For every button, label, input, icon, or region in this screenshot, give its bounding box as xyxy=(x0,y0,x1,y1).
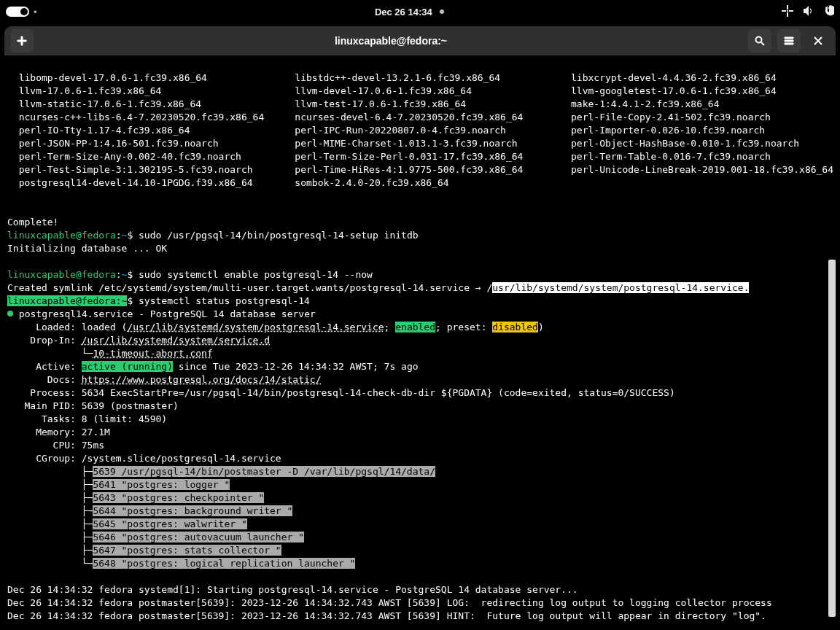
cgroup-proc: 5648 "postgres: logical replication laun… xyxy=(93,558,355,569)
bullet-icon: • xyxy=(34,7,37,18)
dropin-file: 10-timeout-abort.conf xyxy=(93,348,212,359)
gnome-topbar: • Dec 26 14:34 xyxy=(0,0,840,23)
cgroup-line: CGroup: /system.slice/postgresql-14.serv… xyxy=(7,453,281,464)
menu-button[interactable] xyxy=(777,29,801,52)
journal-line: Dec 26 14:34:32 fedora postmaster[5639]:… xyxy=(7,597,772,608)
pkg-col-2: libstdc++-devel-13.2.1-6.fc39.x86_64 llv… xyxy=(284,71,560,190)
cgroup-proc: 5646 "postgres: autovacuum launcher " xyxy=(93,532,304,542)
titlebar: linuxcapable@fedora:~ xyxy=(4,26,836,55)
cgroup-proc: 5641 "postgres: logger " xyxy=(93,479,230,490)
cgroup-proc: 5647 "postgres: stats collector " xyxy=(93,545,281,556)
clock[interactable]: Dec 26 14:34 xyxy=(375,7,444,18)
active-running: active (running) xyxy=(82,361,173,372)
pkg-col-1: libomp-devel-17.0.6-1.fc39.x86_64 llvm-1… xyxy=(7,71,284,190)
notification-dot-icon xyxy=(440,9,444,14)
scrollbar-thumb[interactable] xyxy=(828,260,836,617)
tasks-line: Tasks: 8 (limit: 4590) xyxy=(7,413,167,424)
journal-line: Dec 26 14:34:32 fedora postmaster[5639]:… xyxy=(7,610,766,621)
journal-line: Dec 26 14:34:32 fedora systemd[1]: Start… xyxy=(7,623,561,624)
search-button[interactable] xyxy=(748,29,771,52)
activities-pill-icon xyxy=(6,7,29,17)
memory-line: Memory: 27.1M xyxy=(7,427,110,438)
volume-icon xyxy=(802,5,814,19)
disabled-badge: disabled xyxy=(492,322,538,332)
window-title: linuxcapable@fedora:~ xyxy=(39,35,742,47)
cgroup-proc: 5639 /usr/pgsql-14/bin/postmaster -D /va… xyxy=(93,466,435,477)
loaded-path: /usr/lib/systemd/system/postgresql-14.se… xyxy=(127,322,384,332)
cmd-enable: sudo systemctl enable postgresql-14 --no… xyxy=(139,269,373,280)
terminal-body[interactable]: libomp-devel-17.0.6-1.fc39.x86_64 llvm-1… xyxy=(4,55,836,624)
terminal-window: linuxcapable@fedora:~ libomp-devel-17.0.… xyxy=(4,26,836,624)
cgroup-proc: 5644 "postgres: background writer " xyxy=(93,505,292,516)
close-button[interactable] xyxy=(806,29,830,52)
network-icon xyxy=(782,5,793,19)
mainpid-line: Main PID: 5639 (postmaster) xyxy=(7,400,179,411)
cmd-status: systemctl status postgresql-14 xyxy=(139,295,310,306)
journal-line: Dec 26 14:34:32 fedora systemd[1]: Start… xyxy=(7,584,578,595)
status-area[interactable] xyxy=(782,5,834,19)
clock-text: Dec 26 14:34 xyxy=(375,7,432,18)
service-header: postgresql14.service - PostgreSQL 14 dat… xyxy=(13,308,316,319)
activities-corner[interactable]: • xyxy=(6,7,37,18)
cmd-initdb: sudo /usr/pgsql-14/bin/postgresql-14-set… xyxy=(139,230,419,241)
symlink-hl: usr/lib/systemd/system/postgresql-14.ser… xyxy=(492,282,749,293)
svg-point-0 xyxy=(756,37,762,43)
cgroup-proc: 5643 "postgres: checkpointer " xyxy=(93,492,264,503)
cgroup-proc: 5645 "postgres: walwriter " xyxy=(93,518,246,529)
process-line: Process: 5634 ExecStartPre=/usr/pgsql-14… xyxy=(7,387,675,398)
prompt-user: linuxcapable@fedora xyxy=(7,230,116,241)
status-dot-icon xyxy=(7,311,13,316)
initdb-output: Initializing database ... OK xyxy=(7,243,167,254)
complete-text: Complete! xyxy=(7,217,58,228)
scrollbar[interactable] xyxy=(828,55,836,624)
docs-link[interactable]: https://www.postgresql.org/docs/14/stati… xyxy=(82,374,322,385)
cpu-line: CPU: 75ms xyxy=(7,440,104,451)
enabled-badge: enabled xyxy=(395,322,435,332)
prompt-user-hl: linuxcapable@fedora xyxy=(7,295,116,306)
pkg-col-3: libxcrypt-devel-4.4.36-2.fc39.x86_64 llv… xyxy=(559,71,836,190)
new-tab-button[interactable] xyxy=(10,29,34,52)
symlink-pre: Created symlink /etc/systemd/system/mult… xyxy=(7,282,492,293)
dropin-path: /usr/lib/systemd/system/service.d xyxy=(82,335,270,346)
power-icon xyxy=(822,5,834,19)
